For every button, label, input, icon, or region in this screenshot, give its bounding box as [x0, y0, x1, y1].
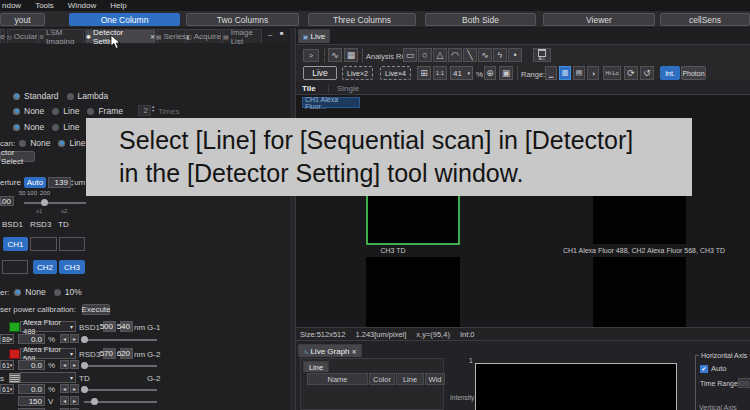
channel-chip[interactable]: CH1 Alexa Fluor... — [302, 97, 360, 108]
live-graph-tab[interactable]: ∿ Live Graph ✕ — [298, 344, 362, 357]
down-arrow-icon[interactable]: ▾ — [152, 109, 154, 113]
zoom-dropdown[interactable]: 41 ▾ — [450, 66, 473, 80]
grid-button[interactable]: ▦ — [344, 48, 358, 62]
dye1-dropdown[interactable]: Alexa Fluor 488 ▾ — [20, 321, 76, 332]
close-icon[interactable]: ✕ — [150, 33, 155, 40]
time-range-input[interactable]: 000 — [738, 378, 750, 388]
reset-range-button[interactable]: ↺ — [640, 66, 654, 80]
line-series-tab[interactable]: Line — [303, 361, 329, 372]
avg1-times-input[interactable]: 2 — [138, 105, 151, 116]
tab-lsm-imaging[interactable]: ≋ LSM Imaging — [38, 29, 84, 43]
tab-ocular[interactable]: ◎ Ocular — [7, 29, 37, 43]
dye2-dropdown[interactable]: Alexa Fluor 568 ▾ — [20, 348, 76, 359]
auto-checkbox[interactable]: ✔ — [700, 365, 708, 373]
close-icon[interactable]: ✕ — [352, 348, 357, 355]
roi-point-button[interactable]: • — [508, 48, 522, 62]
lambda-radio[interactable] — [67, 93, 74, 100]
laser2-inc-button[interactable]: ▸ — [70, 360, 79, 369]
dye2-from-input[interactable]: 570 — [103, 348, 116, 359]
aperture-auto-button[interactable]: Auto — [24, 177, 46, 188]
menu-item-window[interactable]: Window — [68, 1, 96, 10]
laser2-dec-button[interactable]: ◂ — [60, 360, 69, 369]
layout-button-clipped[interactable]: yout — [0, 13, 45, 26]
ch1-button[interactable]: CH1 — [3, 237, 28, 251]
laser3-slider[interactable] — [82, 389, 157, 391]
tab-clipped[interactable]: e — [0, 29, 5, 43]
refresh-range-button[interactable]: ⟳ — [624, 66, 638, 80]
roi-line-button[interactable]: ╲ — [463, 48, 477, 62]
dye1-to-input[interactable]: 540 — [120, 321, 133, 332]
laser2-power-input[interactable]: 0.0 — [18, 360, 45, 370]
roi-rectangle-button[interactable]: ▭ — [403, 48, 417, 62]
sequential-none-radio[interactable] — [19, 140, 26, 147]
range-mid-button[interactable]: ▥ — [559, 66, 571, 80]
roi-polyline-button[interactable]: ϟ — [493, 48, 507, 62]
standard-radio[interactable] — [13, 93, 20, 100]
intensity-mode-button[interactable]: Int. — [660, 66, 680, 80]
channel-slot[interactable] — [2, 260, 28, 274]
aperture-slider[interactable] — [24, 202, 86, 204]
ch3-button[interactable]: CH3 — [59, 260, 85, 274]
ch2-button[interactable]: CH2 — [33, 260, 57, 274]
two-columns-button[interactable]: Two Columns — [186, 13, 299, 26]
maximize-icon[interactable]: ■ — [280, 30, 284, 36]
aperture-slider-handle[interactable] — [41, 199, 48, 206]
laser2-slider[interactable] — [82, 365, 157, 367]
hv-input[interactable]: 150 — [18, 396, 45, 406]
column-header-color[interactable]: Color — [369, 373, 395, 385]
laser1-slider-handle[interactable] — [81, 336, 88, 343]
menu-item-tools[interactable]: Tools — [35, 1, 54, 10]
one-column-button[interactable]: One Column — [69, 13, 180, 26]
avg1-frame-radio[interactable] — [87, 108, 94, 115]
live-x2-button[interactable]: Live×2 — [342, 66, 373, 80]
hv-slider-handle[interactable] — [91, 398, 98, 405]
hi-lo-button[interactable]: Hi-Lo — [603, 66, 621, 80]
zoom-in-button[interactable]: ⊕ — [484, 66, 496, 80]
live-button[interactable]: Live — [303, 66, 337, 80]
column-header-name[interactable]: Name — [307, 373, 368, 385]
filter-10-radio[interactable] — [54, 289, 61, 296]
dye2-to-input[interactable]: 620 — [120, 348, 133, 359]
roi-circle-button[interactable]: ○ — [418, 48, 432, 62]
both-side-button[interactable]: Both Side — [425, 13, 536, 26]
range-high-button[interactable]: ▤ — [573, 66, 585, 80]
laser1-dec-button[interactable]: ◂ — [60, 334, 69, 343]
tab-single[interactable]: Single — [328, 84, 359, 93]
avg1-none-radio[interactable] — [13, 108, 20, 115]
dye1-from-input[interactable]: 500 — [103, 321, 116, 332]
avg1-line-radio[interactable] — [52, 108, 59, 115]
line-profile-button[interactable]: ∿ — [328, 48, 342, 62]
expand-toolbar-button[interactable]: > — [303, 49, 319, 62]
dye3-dropdown[interactable]: ▾ — [20, 372, 76, 383]
column-header-line[interactable]: Line — [396, 373, 424, 385]
sequential-line-radio[interactable] — [58, 140, 65, 147]
laser1-slider[interactable] — [82, 339, 157, 341]
roi-polygon-button[interactable]: △ — [433, 48, 447, 62]
laser3-inc-button[interactable]: ▸ — [70, 384, 79, 393]
range-low-button[interactable]: ▁ — [545, 66, 557, 80]
delete-all-rois-button[interactable]: ALL — [533, 48, 551, 62]
laser3-slider-handle[interactable] — [81, 386, 88, 393]
viewer-button[interactable]: Viewer — [543, 13, 655, 26]
live-x4-button[interactable]: Live×4 — [380, 66, 411, 80]
fit-to-window-button[interactable]: ⊞ — [417, 66, 431, 80]
execute-button[interactable]: Execute — [82, 304, 110, 315]
photon-mode-button[interactable]: Photon — [681, 66, 706, 80]
tab-image-list[interactable]: ▤ Image List — [222, 29, 262, 43]
menu-item-help[interactable]: Help — [110, 1, 126, 10]
laser2-slider-handle[interactable] — [81, 362, 88, 369]
range-auto-button[interactable]: ◑ — [587, 66, 599, 80]
tab-series[interactable]: ▤ Series — [157, 29, 185, 43]
channel-slot[interactable] — [30, 237, 57, 251]
three-columns-button[interactable]: Three Columns — [308, 13, 416, 26]
avg2-line-radio[interactable] — [52, 124, 59, 131]
filter-none-radio[interactable] — [14, 289, 21, 296]
actual-size-button[interactable]: 1:1 — [433, 66, 447, 80]
live-document-tab[interactable]: ▣ Live — [298, 29, 330, 43]
cellsens-button[interactable]: cellSens — [660, 13, 750, 26]
laser1-power-input[interactable]: 0.0 — [18, 334, 45, 344]
roi-curve-button[interactable]: ∿ — [478, 48, 492, 62]
tab-tile[interactable]: Tile — [302, 84, 316, 93]
laser3-dropdown[interactable]: 61 ▾ — [0, 384, 14, 394]
laser1-dropdown[interactable]: 88 ▾ — [0, 334, 14, 344]
